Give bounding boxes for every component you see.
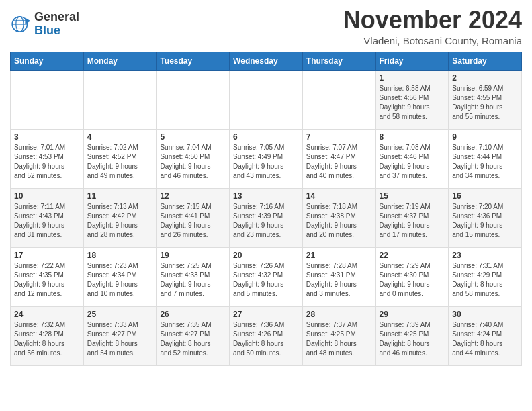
- calendar-week-row: 17Sunrise: 7:22 AM Sunset: 4:35 PM Dayli…: [11, 247, 522, 306]
- title-section: November 2024 Vladeni, Botosani County, …: [343, 7, 522, 46]
- day-info: Sunrise: 7:10 AM Sunset: 4:44 PM Dayligh…: [452, 143, 518, 181]
- calendar-cell: [11, 70, 84, 129]
- calendar-cell: 17Sunrise: 7:22 AM Sunset: 4:35 PM Dayli…: [11, 247, 84, 306]
- calendar-week-row: 10Sunrise: 7:11 AM Sunset: 4:43 PM Dayli…: [11, 188, 522, 247]
- day-number: 27: [233, 310, 299, 319]
- calendar-cell: 21Sunrise: 7:28 AM Sunset: 4:31 PM Dayli…: [302, 247, 375, 306]
- calendar-cell: 3Sunrise: 7:01 AM Sunset: 4:53 PM Daylig…: [11, 129, 84, 188]
- day-info: Sunrise: 7:22 AM Sunset: 4:35 PM Dayligh…: [14, 261, 80, 299]
- day-info: Sunrise: 7:04 AM Sunset: 4:50 PM Dayligh…: [160, 143, 226, 181]
- location-subtitle: Vladeni, Botosani County, Romania: [343, 35, 522, 46]
- calendar-cell: 7Sunrise: 7:07 AM Sunset: 4:47 PM Daylig…: [302, 129, 375, 188]
- day-info: Sunrise: 7:08 AM Sunset: 4:46 PM Dayligh…: [380, 143, 445, 181]
- month-title: November 2024: [343, 7, 522, 34]
- calendar-cell: 10Sunrise: 7:11 AM Sunset: 4:43 PM Dayli…: [11, 188, 84, 247]
- calendar-cell: 14Sunrise: 7:18 AM Sunset: 4:38 PM Dayli…: [302, 188, 375, 247]
- day-number: 14: [306, 191, 372, 201]
- calendar-cell: 25Sunrise: 7:33 AM Sunset: 4:27 PM Dayli…: [83, 306, 157, 365]
- calendar-cell: 18Sunrise: 7:23 AM Sunset: 4:34 PM Dayli…: [83, 247, 157, 306]
- calendar-cell: 12Sunrise: 7:15 AM Sunset: 4:41 PM Dayli…: [157, 188, 230, 247]
- logo-icon: [10, 13, 32, 35]
- day-info: Sunrise: 7:18 AM Sunset: 4:38 PM Dayligh…: [306, 202, 372, 240]
- calendar-cell: 22Sunrise: 7:29 AM Sunset: 4:30 PM Dayli…: [375, 247, 449, 306]
- day-number: 4: [87, 132, 153, 142]
- calendar-cell: [157, 70, 230, 129]
- day-number: 8: [380, 132, 445, 142]
- day-number: 20: [233, 250, 299, 260]
- day-info: Sunrise: 7:15 AM Sunset: 4:41 PM Dayligh…: [160, 202, 226, 240]
- day-number: 17: [14, 250, 80, 260]
- col-header-friday: Friday: [375, 52, 449, 70]
- calendar-cell: 20Sunrise: 7:26 AM Sunset: 4:32 PM Dayli…: [230, 247, 303, 306]
- calendar-cell: 29Sunrise: 7:39 AM Sunset: 4:25 PM Dayli…: [375, 306, 449, 365]
- day-number: 25: [87, 310, 153, 319]
- col-header-wednesday: Wednesday: [230, 52, 303, 70]
- day-info: Sunrise: 6:59 AM Sunset: 4:55 PM Dayligh…: [452, 84, 518, 122]
- day-info: Sunrise: 7:23 AM Sunset: 4:34 PM Dayligh…: [87, 261, 153, 299]
- calendar-cell: 28Sunrise: 7:37 AM Sunset: 4:25 PM Dayli…: [302, 306, 375, 365]
- calendar-cell: 30Sunrise: 7:40 AM Sunset: 4:24 PM Dayli…: [449, 306, 522, 365]
- header: General Blue November 2024 Vladeni, Boto…: [10, 7, 522, 46]
- col-header-sunday: Sunday: [11, 52, 84, 70]
- day-info: Sunrise: 7:40 AM Sunset: 4:24 PM Dayligh…: [452, 320, 518, 358]
- calendar-table: SundayMondayTuesdayWednesdayThursdayFrid…: [10, 52, 522, 366]
- day-number: 29: [380, 310, 445, 319]
- day-number: 28: [306, 310, 372, 319]
- calendar-cell: 11Sunrise: 7:13 AM Sunset: 4:42 PM Dayli…: [83, 188, 157, 247]
- calendar-cell: 19Sunrise: 7:25 AM Sunset: 4:33 PM Dayli…: [157, 247, 230, 306]
- day-number: 11: [87, 191, 153, 201]
- day-info: Sunrise: 7:02 AM Sunset: 4:52 PM Dayligh…: [87, 143, 153, 181]
- day-number: 3: [14, 132, 80, 142]
- day-number: 23: [452, 250, 518, 260]
- day-info: Sunrise: 7:29 AM Sunset: 4:30 PM Dayligh…: [380, 261, 445, 299]
- day-number: 30: [452, 310, 518, 319]
- day-info: Sunrise: 7:39 AM Sunset: 4:25 PM Dayligh…: [380, 320, 445, 358]
- calendar-cell: 16Sunrise: 7:20 AM Sunset: 4:36 PM Dayli…: [449, 188, 522, 247]
- calendar-cell: 5Sunrise: 7:04 AM Sunset: 4:50 PM Daylig…: [157, 129, 230, 188]
- day-number: 24: [14, 310, 80, 319]
- calendar-cell: 9Sunrise: 7:10 AM Sunset: 4:44 PM Daylig…: [449, 129, 522, 188]
- day-info: Sunrise: 7:16 AM Sunset: 4:39 PM Dayligh…: [233, 202, 299, 240]
- day-info: Sunrise: 7:07 AM Sunset: 4:47 PM Dayligh…: [306, 143, 372, 181]
- day-number: 15: [380, 191, 445, 201]
- calendar-week-row: 3Sunrise: 7:01 AM Sunset: 4:53 PM Daylig…: [11, 129, 522, 188]
- day-info: Sunrise: 6:58 AM Sunset: 4:56 PM Dayligh…: [380, 84, 445, 122]
- day-number: 5: [160, 132, 226, 142]
- day-info: Sunrise: 7:26 AM Sunset: 4:32 PM Dayligh…: [233, 261, 299, 299]
- day-info: Sunrise: 7:28 AM Sunset: 4:31 PM Dayligh…: [306, 261, 372, 299]
- day-number: 21: [306, 250, 372, 260]
- calendar-header-row: SundayMondayTuesdayWednesdayThursdayFrid…: [11, 52, 522, 70]
- logo-text: General Blue: [34, 11, 79, 38]
- day-info: Sunrise: 7:33 AM Sunset: 4:27 PM Dayligh…: [87, 320, 153, 358]
- day-number: 19: [160, 250, 226, 260]
- day-number: 12: [160, 191, 226, 201]
- logo: General Blue: [10, 11, 79, 38]
- calendar-cell: 13Sunrise: 7:16 AM Sunset: 4:39 PM Dayli…: [230, 188, 303, 247]
- calendar-cell: 6Sunrise: 7:05 AM Sunset: 4:49 PM Daylig…: [230, 129, 303, 188]
- svg-marker-5: [25, 17, 30, 24]
- logo-general: General: [34, 10, 79, 24]
- calendar-cell: 26Sunrise: 7:35 AM Sunset: 4:27 PM Dayli…: [157, 306, 230, 365]
- day-info: Sunrise: 7:35 AM Sunset: 4:27 PM Dayligh…: [160, 320, 226, 358]
- calendar-container: General Blue November 2024 Vladeni, Boto…: [0, 0, 532, 376]
- day-info: Sunrise: 7:32 AM Sunset: 4:28 PM Dayligh…: [14, 320, 80, 358]
- calendar-week-row: 1Sunrise: 6:58 AM Sunset: 4:56 PM Daylig…: [11, 70, 522, 129]
- calendar-cell: 23Sunrise: 7:31 AM Sunset: 4:29 PM Dayli…: [449, 247, 522, 306]
- day-info: Sunrise: 7:01 AM Sunset: 4:53 PM Dayligh…: [14, 143, 80, 181]
- calendar-cell: 2Sunrise: 6:59 AM Sunset: 4:55 PM Daylig…: [449, 70, 522, 129]
- day-number: 16: [452, 191, 518, 201]
- calendar-cell: [302, 70, 375, 129]
- calendar-cell: 15Sunrise: 7:19 AM Sunset: 4:37 PM Dayli…: [375, 188, 449, 247]
- calendar-cell: 1Sunrise: 6:58 AM Sunset: 4:56 PM Daylig…: [375, 70, 449, 129]
- day-info: Sunrise: 7:37 AM Sunset: 4:25 PM Dayligh…: [306, 320, 372, 358]
- day-info: Sunrise: 7:25 AM Sunset: 4:33 PM Dayligh…: [160, 261, 226, 299]
- day-number: 7: [306, 132, 372, 142]
- calendar-cell: 8Sunrise: 7:08 AM Sunset: 4:46 PM Daylig…: [375, 129, 449, 188]
- day-info: Sunrise: 7:05 AM Sunset: 4:49 PM Dayligh…: [233, 143, 299, 181]
- col-header-thursday: Thursday: [302, 52, 375, 70]
- day-info: Sunrise: 7:19 AM Sunset: 4:37 PM Dayligh…: [380, 202, 445, 240]
- day-info: Sunrise: 7:11 AM Sunset: 4:43 PM Dayligh…: [14, 202, 80, 240]
- day-info: Sunrise: 7:20 AM Sunset: 4:36 PM Dayligh…: [452, 202, 518, 240]
- col-header-monday: Monday: [83, 52, 157, 70]
- calendar-cell: 4Sunrise: 7:02 AM Sunset: 4:52 PM Daylig…: [83, 129, 157, 188]
